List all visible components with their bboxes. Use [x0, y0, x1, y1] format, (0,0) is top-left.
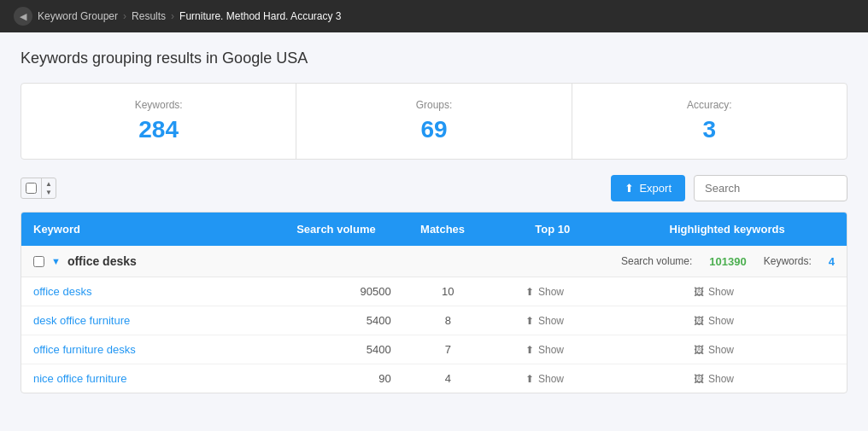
- top10-show-label: Show: [538, 373, 564, 385]
- main-container: Keywords grouping results in Google USA …: [0, 32, 868, 411]
- breadcrumb-sep1: ›: [123, 10, 126, 22]
- breadcrumb-level2: Furniture. Method Hard. Accuracy 3: [179, 10, 341, 22]
- table-row: office furniture desks 5400 7 ⬆ Show 🖼 S…: [21, 335, 847, 364]
- top-bar: ◀ Keyword Grouper › Results › Furniture.…: [0, 0, 868, 32]
- group-search-vol-label: Search volume:: [621, 255, 692, 267]
- sort-arrows[interactable]: ▲ ▼: [41, 178, 56, 198]
- breadcrumb-level1[interactable]: Results: [132, 10, 166, 22]
- stat-groups: Groups: 69: [296, 84, 572, 159]
- export-label: Export: [639, 182, 672, 195]
- select-all-wrapper[interactable]: ▲ ▼: [21, 178, 56, 199]
- highlighted-img-icon: 🖼: [694, 286, 704, 298]
- stat-groups-label: Groups:: [314, 99, 554, 111]
- row-search-volume: 5400: [275, 314, 400, 327]
- sort-up-icon[interactable]: ▲: [45, 180, 52, 189]
- stats-box: Keywords: 284 Groups: 69 Accuracy: 3: [21, 83, 847, 160]
- group-kw-value: 4: [829, 255, 835, 268]
- th-highlighted: Highlighted keywords: [607, 213, 847, 246]
- row-highlighted[interactable]: 🖼 Show: [593, 344, 835, 356]
- row-highlighted[interactable]: 🖼 Show: [593, 286, 835, 298]
- top10-upload-icon: ⬆: [525, 373, 534, 385]
- table-body: ▼ office desks Search volume: 101390 Key…: [21, 246, 847, 393]
- select-all-checkbox[interactable]: [26, 183, 37, 194]
- row-highlighted[interactable]: 🖼 Show: [593, 373, 835, 385]
- row-matches: 8: [400, 314, 496, 327]
- row-top10[interactable]: ⬆ Show: [496, 344, 593, 356]
- sort-down-icon[interactable]: ▼: [45, 189, 52, 197]
- table-row: office desks 90500 10 ⬆ Show 🖼 Show: [21, 277, 847, 306]
- row-top10[interactable]: ⬆ Show: [496, 286, 593, 298]
- highlighted-show-btn[interactable]: 🖼 Show: [593, 373, 835, 385]
- highlighted-show-label: Show: [708, 344, 734, 356]
- top10-show-btn[interactable]: ⬆ Show: [496, 286, 593, 298]
- search-input[interactable]: [694, 175, 847, 201]
- nav-circle-icon: ◀: [14, 7, 32, 26]
- th-matches: Matches: [388, 213, 498, 246]
- top10-upload-icon: ⬆: [525, 315, 534, 327]
- row-keyword: office desks: [33, 285, 275, 298]
- keyword-link[interactable]: office desks: [33, 285, 91, 298]
- top10-show-btn[interactable]: ⬆ Show: [496, 373, 593, 385]
- group-header: ▼ office desks Search volume: 101390 Key…: [21, 246, 847, 277]
- highlighted-show-btn[interactable]: 🖼 Show: [593, 315, 835, 327]
- group-name: office desks: [67, 254, 137, 268]
- top10-show-label: Show: [538, 315, 564, 327]
- group-kw-label: Keywords:: [764, 255, 812, 267]
- stat-accuracy: Accuracy: 3: [572, 84, 847, 159]
- export-icon: ⬆: [625, 182, 634, 195]
- row-highlighted[interactable]: 🖼 Show: [593, 315, 835, 327]
- th-keyword: Keyword: [21, 213, 261, 246]
- stat-accuracy-value: 3: [589, 116, 830, 143]
- row-search-volume: 90: [275, 372, 400, 385]
- highlighted-show-label: Show: [708, 315, 734, 327]
- table-header: Keyword Search volume Matches Top 10 Hig…: [21, 213, 847, 246]
- group-header-right: Search volume: 101390 Keywords: 4: [621, 255, 835, 268]
- highlighted-show-btn[interactable]: 🖼 Show: [593, 344, 835, 356]
- row-search-volume: 90500: [275, 285, 400, 298]
- row-keyword: desk office furniture: [33, 314, 275, 327]
- toolbar: ▲ ▼ ⬆ Export: [21, 175, 847, 201]
- highlighted-img-icon: 🖼: [694, 315, 704, 327]
- results-table: Keyword Search volume Matches Top 10 Hig…: [21, 212, 847, 393]
- keyword-link[interactable]: office furniture desks: [33, 343, 136, 356]
- toolbar-right: ⬆ Export: [611, 175, 847, 201]
- row-matches: 4: [400, 372, 496, 385]
- keyword-link[interactable]: desk office furniture: [33, 314, 130, 327]
- highlighted-show-btn[interactable]: 🖼 Show: [593, 286, 835, 298]
- table-row: nice office furniture 90 4 ⬆ Show 🖼 Show: [21, 364, 847, 393]
- stat-keywords-label: Keywords:: [38, 99, 279, 111]
- highlighted-show-label: Show: [708, 286, 734, 298]
- top10-show-btn[interactable]: ⬆ Show: [496, 315, 593, 327]
- row-top10[interactable]: ⬆ Show: [496, 315, 593, 327]
- group-expand-icon[interactable]: ▼: [51, 256, 61, 266]
- group-search-vol-value: 101390: [709, 255, 746, 268]
- row-matches: 7: [400, 343, 496, 356]
- toolbar-left: ▲ ▼: [21, 178, 56, 199]
- stat-accuracy-label: Accuracy:: [589, 99, 830, 111]
- highlighted-img-icon: 🖼: [694, 373, 704, 385]
- stat-keywords-value: 284: [38, 116, 279, 143]
- group-checkbox[interactable]: [33, 256, 44, 267]
- row-search-volume: 5400: [275, 343, 400, 356]
- breadcrumb-sep2: ›: [171, 10, 174, 22]
- breadcrumb-root[interactable]: Keyword Grouper: [38, 10, 118, 22]
- highlighted-img-icon: 🖼: [694, 344, 704, 356]
- top10-upload-icon: ⬆: [525, 286, 534, 298]
- top10-upload-icon: ⬆: [525, 344, 534, 356]
- export-button[interactable]: ⬆ Export: [611, 175, 685, 201]
- highlighted-show-label: Show: [708, 373, 734, 385]
- row-top10[interactable]: ⬆ Show: [496, 373, 593, 385]
- table-row: desk office furniture 5400 8 ⬆ Show 🖼 Sh…: [21, 306, 847, 335]
- th-volume: Search volume: [261, 213, 388, 246]
- stat-keywords: Keywords: 284: [21, 84, 296, 159]
- th-top10: Top 10: [497, 213, 607, 246]
- keyword-link[interactable]: nice office furniture: [33, 372, 127, 385]
- group-header-left: ▼ office desks: [33, 254, 137, 268]
- page-title: Keywords grouping results in Google USA: [21, 50, 847, 67]
- stat-groups-value: 69: [314, 116, 554, 143]
- row-keyword: office furniture desks: [33, 343, 275, 356]
- top10-show-label: Show: [538, 286, 564, 298]
- top10-show-btn[interactable]: ⬆ Show: [496, 344, 593, 356]
- row-keyword: nice office furniture: [33, 372, 275, 385]
- row-matches: 10: [400, 285, 496, 298]
